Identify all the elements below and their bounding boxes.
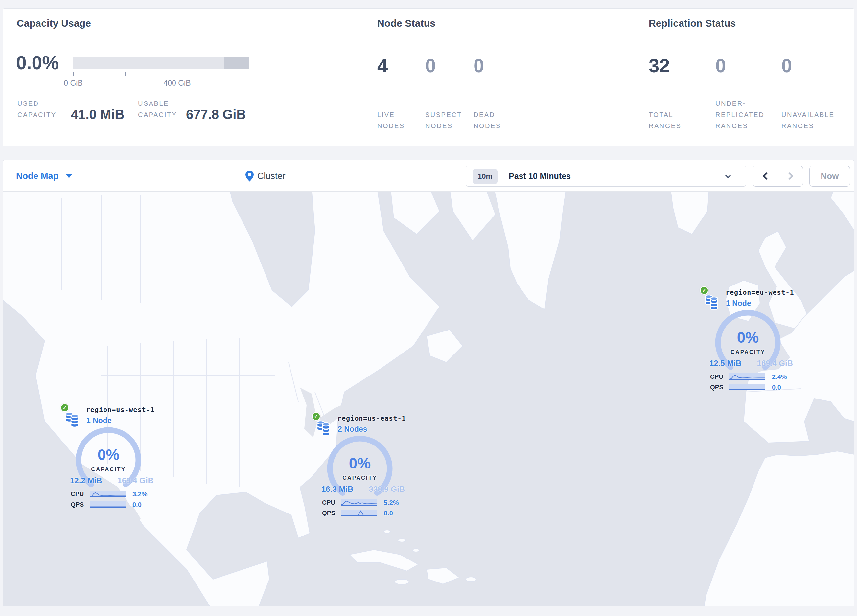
world-map (3, 191, 854, 606)
time-range-select[interactable]: 10m Past 10 Minutes (466, 165, 746, 187)
region-usable-capacity: 169.4 GiB (118, 476, 153, 485)
node-map[interactable]: ✓ region=us-west-1 1 Node 0% CAPACITY 12… (3, 191, 854, 606)
total-ranges-count: 32 (649, 54, 670, 77)
cluster-summary-panel: Capacity Usage 0.0% 0 GiB 400 GiB USED C… (3, 8, 854, 146)
land-north-america (3, 191, 440, 606)
node-status-title: Node Status (377, 18, 435, 29)
region-capacity-label: CAPACITY (712, 349, 784, 355)
healthy-check-icon: ✓ (60, 403, 69, 412)
usable-capacity-label: USABLE CAPACITY (138, 98, 187, 120)
chevron-right-icon (786, 173, 793, 180)
unavailable-ranges-count: 0 (781, 54, 792, 77)
check-glyph: ✓ (702, 287, 707, 293)
qps-value: 0.0 (132, 501, 142, 509)
time-step-back-button[interactable] (753, 166, 778, 186)
cockroachdb-cluster-overview-page: { "summary": { "capacity": { "title": "C… (0, 0, 857, 616)
capacity-tick (229, 72, 229, 76)
caret-down-icon (66, 174, 72, 178)
chevron-down-icon (725, 172, 731, 178)
dead-nodes-label: DEAD NODES (473, 109, 513, 131)
cpu-label: CPU (71, 491, 84, 498)
capacity-bar (73, 57, 249, 69)
capacity-tick (125, 72, 125, 76)
live-nodes-count: 4 (377, 54, 388, 77)
breadcrumb-label: Cluster (257, 171, 286, 181)
qps-sparkline (90, 501, 126, 508)
suspect-nodes-label: SUSPECT NODES (425, 109, 468, 131)
total-ranges-label: TOTAL RANGES (649, 109, 691, 131)
cpu-sparkline (341, 499, 377, 506)
breadcrumb[interactable]: Cluster (245, 160, 286, 192)
qps-row: QPS 0.0 (55, 501, 160, 508)
cpu-row: CPU 5.2% (306, 499, 412, 506)
healthy-check-icon: ✓ (312, 412, 320, 420)
cpu-value: 5.2% (384, 499, 399, 506)
view-selector-label: Node Map (16, 171, 59, 181)
location-pin-icon (245, 170, 254, 182)
chevron-left-icon (763, 173, 770, 180)
replication-status-title: Replication Status (649, 18, 736, 29)
qps-value: 0.0 (772, 384, 781, 391)
qps-sparkline (341, 509, 377, 516)
qps-row: QPS 0.0 (695, 384, 800, 391)
land-north-africa (704, 451, 854, 606)
region-used-capacity: 16.3 MiB (321, 485, 353, 494)
region-label: region=us-east-1 (337, 414, 406, 422)
unavailable-ranges-label: UNAVAILABLE RANGES (781, 109, 841, 131)
healthy-check-icon: ✓ (700, 286, 708, 295)
region-capacity-percent: 0% (712, 329, 784, 346)
check-glyph: ✓ (63, 405, 67, 411)
region-capacity-label: CAPACITY (324, 475, 396, 481)
region-label: region=us-west-1 (86, 406, 155, 414)
capacity-tick (73, 72, 74, 76)
cpu-row: CPU 2.4% (695, 373, 800, 380)
time-step-buttons (752, 165, 803, 187)
dead-nodes-count: 0 (473, 54, 484, 77)
toolbar-divider (450, 164, 451, 188)
time-range-label: Past 10 Minutes (509, 166, 571, 186)
land-iceland (670, 191, 709, 234)
qps-sparkline (729, 384, 765, 390)
qps-row: QPS 0.0 (306, 509, 412, 517)
qps-label: QPS (71, 501, 84, 508)
capacity-tick (177, 72, 178, 76)
region-marker-us-east-1[interactable]: ✓ region=us-east-1 2 Nodes 0% CAPACITY 1… (306, 410, 412, 522)
map-toolbar: Node Map Cluster 10m Past 10 Minutes Now (3, 160, 854, 191)
capacity-used-percent: 0.0% (16, 52, 59, 74)
cpu-value: 2.4% (772, 373, 787, 381)
cpu-sparkline (90, 491, 126, 497)
land-cuba (349, 550, 418, 571)
cpu-label: CPU (322, 499, 335, 506)
region-usable-capacity: 338.9 GiB (369, 485, 405, 494)
region-used-capacity: 12.2 MiB (70, 476, 102, 485)
cpu-sparkline (729, 373, 765, 380)
time-range-badge: 10m (473, 169, 498, 184)
under-replicated-ranges-label: UNDER-REPLICATED RANGES (715, 98, 775, 131)
region-usable-capacity: 169.4 GiB (757, 359, 793, 368)
region-used-capacity: 12.5 MiB (710, 359, 741, 368)
live-nodes-label: LIVE NODES (377, 109, 417, 131)
used-capacity-label: USED CAPACITY (17, 98, 67, 120)
qps-label: QPS (710, 384, 723, 391)
capacity-usage-title: Capacity Usage (17, 18, 91, 29)
region-marker-eu-west-1[interactable]: ✓ region=eu-west-1 1 Node 0% CAPACITY 12… (695, 284, 800, 396)
region-capacity-percent: 0% (324, 454, 396, 472)
used-capacity-value: 41.0 MiB (71, 107, 124, 122)
now-button[interactable]: Now (809, 165, 850, 187)
capacity-tick-label-0: 0 GiB (47, 79, 99, 88)
time-step-forward-button[interactable] (778, 166, 803, 186)
cpu-row: CPU 3.2% (55, 491, 160, 498)
qps-label: QPS (322, 509, 335, 517)
suspect-nodes-count: 0 (425, 54, 436, 77)
qps-value: 0.0 (384, 509, 393, 517)
region-marker-us-west-1[interactable]: ✓ region=us-west-1 1 Node 0% CAPACITY 12… (55, 402, 160, 514)
usable-capacity-value: 677.8 GiB (186, 107, 246, 122)
capacity-bar-reserved-segment (224, 57, 249, 69)
check-glyph: ✓ (314, 413, 319, 419)
region-capacity-label: CAPACITY (72, 466, 145, 473)
land-greenland (494, 191, 566, 310)
view-selector-dropdown[interactable]: Node Map (16, 160, 72, 192)
region-capacity-percent: 0% (72, 446, 145, 463)
region-label: region=eu-west-1 (726, 289, 794, 296)
cpu-value: 3.2% (132, 491, 147, 498)
